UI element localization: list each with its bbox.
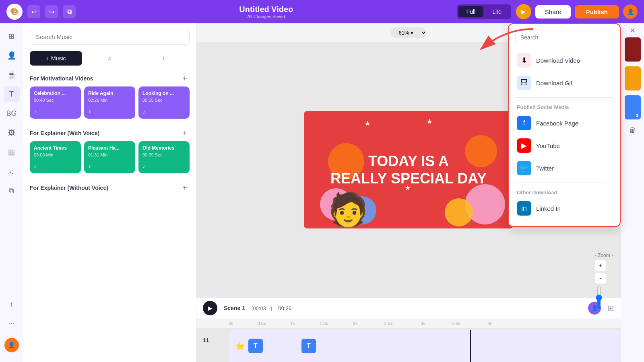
youtube-item[interactable]: ▶ YouTube [515,134,613,157]
icon-bar-table[interactable]: ▦ [4,144,20,160]
tab-upload-music[interactable]: ↑ [137,51,190,66]
icon-bar-objects[interactable]: ☕ [4,67,20,83]
section3-header: For Explainer (Without Voice) + [23,178,196,196]
facebook-label: Facebook Page [536,120,578,127]
share-button[interactable]: Share [535,5,571,19]
linkedin-item[interactable]: in Linked In [515,197,613,220]
playback-play-button[interactable]: ▶ [203,301,217,315]
section1-add-button[interactable]: + [180,74,190,83]
twitter-item[interactable]: 🐦 Twitter [515,157,613,179]
title-area: Untitled Video All Changes Saved [80,5,452,19]
color-badge-3: 3 [636,113,638,118]
card-ancient-times[interactable]: Ancient Times 03:06 Min ♪ [30,141,81,173]
color-swatch-yellow[interactable] [625,66,641,90]
star-left: ★ [364,119,371,128]
right-panel: ✕ 2 3 🗑 [621,23,644,362]
copy-button[interactable]: ⧉ [63,5,76,18]
star-top: ★ [426,117,433,126]
download-video-item[interactable]: ⬇ Download Video [515,49,613,72]
download-gif-item[interactable]: 🎞 Download Gif [515,72,613,94]
icon-bar-music[interactable]: ♫ [4,163,20,179]
card-ride-again[interactable]: Ride Again 02:26 Min ♪ [84,86,135,119]
icon-bar-more[interactable]: ··· [4,315,20,331]
timeline-track-number: 11 [203,337,209,343]
preview-play-button[interactable]: ▶ [516,4,531,19]
timeline-items: ⭐ T T [235,339,316,353]
zoom-slider[interactable] [595,286,603,310]
download-video-label: Download Video [536,57,580,64]
youtube-icon: ▶ [517,138,531,153]
publish-dropdown: ⬇ Download Video 🎞 Download Gif Publish … [508,23,621,227]
zoom-selector[interactable]: 61% ▾ 50% 75% 100% [391,27,427,38]
redo-button[interactable]: ↪ [45,5,58,18]
card-looking-duration: 00:55 Sec [142,98,186,103]
icon-bar-scenes[interactable]: ⊞ [4,28,20,44]
timeline-t-button-2[interactable]: T [301,339,316,353]
card-ride-icon: ♪ [88,108,131,115]
scene-label: Scene 1 [224,305,245,311]
mode-group: Full Lite [457,4,511,19]
mode-lite-button[interactable]: Lite [484,6,510,17]
icon-bar-bg[interactable]: BG [4,105,20,121]
header-right: ▶ Share Publish 👤 [516,4,638,19]
icon-bar-bottom: ↑ ··· 👤 [4,296,20,357]
publish-button[interactable]: Publish [575,5,619,19]
save-status: All Changes Saved [80,14,452,19]
music-panel-scroll: For Motivational Videos + Celebration ..… [23,69,196,362]
card-old-memories[interactable]: Old Memories 00:59 Sec ♪ [138,141,190,173]
section3-add-button[interactable]: + [180,183,190,193]
facebook-item[interactable]: f Facebook Page [515,112,613,134]
zoom-in-button[interactable]: + [595,260,606,271]
tab-beats[interactable]: ♫ [84,51,136,66]
youtube-label: YouTube [536,142,560,149]
card-pleasant-duration: 01:31 Min [88,152,131,157]
icon-bar-layers[interactable]: ⧉ [4,183,20,199]
timeline-ruler: 0s 0.5s 1s 1.5s 2s 2.5s 3s 3.5s 4s [196,319,621,328]
close-panel-icon[interactable]: ✕ [630,27,635,34]
card-celebration-duration: 00:40 Sec [34,98,77,103]
music-note-icon: ♪ [46,55,49,62]
twitter-icon: 🐦 [517,161,531,175]
twitter-label: Twitter [536,165,554,172]
section2-add-button[interactable]: + [180,128,190,138]
card-ancient-duration: 03:06 Min [34,152,77,157]
current-time: [00:03.1] [252,305,272,311]
download-gif-label: Download Gif [536,80,572,86]
section1-cards: Celebration ... 00:40 Sec ♪ Ride Again 0… [23,86,196,123]
timeline-cursor [470,330,471,362]
beats-icon: ♫ [107,55,112,62]
timeline-track[interactable]: ⭐ T T [229,330,621,362]
divider-2 [515,183,613,183]
icon-bar-people[interactable]: 👤 [4,47,20,64]
card-pleasant[interactable]: Pleasant Ha... 01:31 Min ♪ [84,141,135,173]
dropdown-search-input[interactable] [515,31,613,44]
icon-bar-media[interactable]: 🖼 [4,125,20,141]
undo-button[interactable]: ↩ [27,5,40,18]
zoom-controls: - Zoom + + - [595,253,616,310]
search-music-input[interactable] [30,29,190,45]
icon-bar-upload[interactable]: ↑ [4,296,20,312]
social-section-title: Publish Social Media [515,101,613,112]
icon-bar-text[interactable]: T [4,86,20,102]
upload-icon: ↑ [162,55,165,62]
left-panel: ♪ Music ♫ ↑ For Motivational Videos + Ce… [23,23,196,362]
mode-full-button[interactable]: Full [458,6,484,17]
logo: 🎨 [6,4,23,20]
total-time: 00:26 [279,305,292,311]
card-ride-title: Ride Again [88,90,131,96]
card-celebration[interactable]: Celebration ... 00:40 Sec ♪ [30,86,81,119]
facebook-icon: f [517,116,531,130]
color-swatch-blue[interactable]: 3 [625,95,641,119]
linkedin-icon: in [517,201,531,216]
card-looking-title: Looking on ... [142,90,186,96]
icon-bar: ⊞ 👤 ☕ T BG 🖼 ▦ ♫ ⧉ ↑ ··· 👤 [0,23,23,362]
zoom-out-button[interactable]: - [595,273,606,284]
trash-icon[interactable]: 🗑 [629,126,636,134]
card-looking-on[interactable]: Looking on ... 00:55 Sec ♪ [138,86,190,119]
user-icon[interactable]: 👤 [4,338,19,352]
color-swatch-dark-red[interactable] [625,37,641,62]
timeline-t-button-1[interactable]: T [248,339,263,353]
card-celebration-title: Celebration ... [34,90,77,96]
section2-title: For Explainer (With Voice) [30,130,99,136]
tab-music[interactable]: ♪ Music [30,51,82,66]
